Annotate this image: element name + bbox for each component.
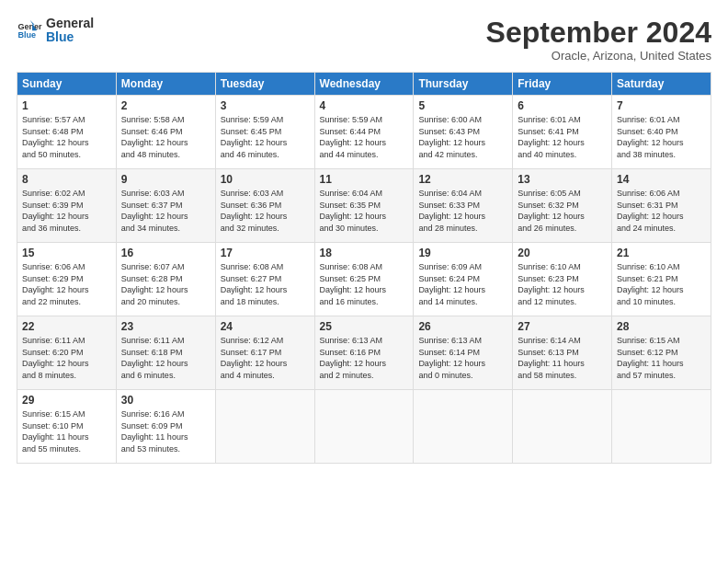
calendar-cell: 9Sunrise: 6:03 AM Sunset: 6:37 PM Daylig…	[116, 169, 215, 243]
day-number: 15	[22, 247, 111, 259]
day-header-tuesday: Tuesday	[215, 73, 314, 96]
logo-line1: General	[46, 17, 94, 30]
day-info: Sunrise: 6:06 AM Sunset: 6:31 PM Dayligh…	[617, 188, 706, 234]
day-info: Sunrise: 6:10 AM Sunset: 6:21 PM Dayligh…	[617, 261, 706, 307]
day-number: 7	[617, 99, 706, 112]
day-header-monday: Monday	[116, 73, 215, 96]
calendar-cell: 24Sunrise: 6:12 AM Sunset: 6:17 PM Dayli…	[215, 316, 314, 390]
day-info: Sunrise: 6:08 AM Sunset: 6:27 PM Dayligh…	[221, 261, 310, 307]
month-title: September 2024	[486, 17, 711, 49]
day-header-thursday: Thursday	[414, 73, 513, 96]
day-info: Sunrise: 6:15 AM Sunset: 6:12 PM Dayligh…	[617, 335, 706, 381]
calendar-cell: 30Sunrise: 6:16 AM Sunset: 6:09 PM Dayli…	[116, 390, 215, 464]
day-number: 26	[418, 320, 507, 333]
calendar-cell: 29Sunrise: 6:15 AM Sunset: 6:10 PM Dayli…	[17, 390, 117, 464]
day-info: Sunrise: 6:01 AM Sunset: 6:40 PM Dayligh…	[617, 114, 706, 160]
day-info: Sunrise: 6:09 AM Sunset: 6:24 PM Dayligh…	[418, 261, 507, 307]
day-info: Sunrise: 6:11 AM Sunset: 6:20 PM Dayligh…	[22, 335, 111, 381]
svg-text:Blue: Blue	[17, 31, 36, 40]
calendar-cell: 4Sunrise: 5:59 AM Sunset: 6:44 PM Daylig…	[314, 96, 414, 169]
day-info: Sunrise: 6:02 AM Sunset: 6:39 PM Dayligh…	[22, 188, 111, 234]
calendar-cell: 15Sunrise: 6:06 AM Sunset: 6:29 PM Dayli…	[17, 243, 117, 316]
calendar-cell: 11Sunrise: 6:04 AM Sunset: 6:35 PM Dayli…	[314, 169, 414, 243]
day-number: 3	[221, 99, 310, 112]
day-info: Sunrise: 6:16 AM Sunset: 6:09 PM Dayligh…	[121, 408, 210, 454]
day-number: 5	[418, 99, 507, 112]
svg-text:General: General	[17, 22, 42, 31]
day-number: 30	[121, 394, 210, 407]
day-number: 11	[320, 173, 409, 186]
logo-line2: Blue	[46, 30, 94, 44]
day-info: Sunrise: 6:15 AM Sunset: 6:10 PM Dayligh…	[22, 408, 111, 454]
day-info: Sunrise: 6:14 AM Sunset: 6:13 PM Dayligh…	[518, 335, 607, 381]
day-number: 8	[22, 173, 111, 186]
calendar-cell: 28Sunrise: 6:15 AM Sunset: 6:12 PM Dayli…	[612, 316, 711, 390]
day-number: 27	[518, 320, 607, 333]
page-container: General Blue General Blue September 2024…	[0, 0, 728, 473]
calendar-cell	[414, 390, 513, 464]
calendar-cell: 3Sunrise: 5:59 AM Sunset: 6:45 PM Daylig…	[215, 96, 314, 169]
header: General Blue General Blue September 2024…	[17, 17, 711, 63]
day-info: Sunrise: 5:58 AM Sunset: 6:46 PM Dayligh…	[121, 114, 210, 160]
day-number: 22	[22, 320, 111, 333]
day-number: 21	[617, 247, 706, 259]
calendar-cell: 22Sunrise: 6:11 AM Sunset: 6:20 PM Dayli…	[17, 316, 117, 390]
day-number: 6	[518, 99, 607, 112]
day-info: Sunrise: 6:13 AM Sunset: 6:14 PM Dayligh…	[418, 335, 507, 381]
day-info: Sunrise: 6:03 AM Sunset: 6:36 PM Dayligh…	[221, 188, 310, 234]
day-header-saturday: Saturday	[612, 73, 711, 96]
calendar-cell: 19Sunrise: 6:09 AM Sunset: 6:24 PM Dayli…	[414, 243, 513, 316]
calendar-table: SundayMondayTuesdayWednesdayThursdayFrid…	[17, 72, 711, 464]
subtitle: Oracle, Arizona, United States	[486, 49, 711, 63]
calendar-cell: 26Sunrise: 6:13 AM Sunset: 6:14 PM Dayli…	[414, 316, 513, 390]
day-header-sunday: Sunday	[17, 73, 117, 96]
title-block: September 2024 Oracle, Arizona, United S…	[486, 17, 711, 63]
day-info: Sunrise: 6:01 AM Sunset: 6:41 PM Dayligh…	[518, 114, 607, 160]
calendar-cell: 16Sunrise: 6:07 AM Sunset: 6:28 PM Dayli…	[116, 243, 215, 316]
day-number: 4	[320, 99, 409, 112]
calendar-cell: 14Sunrise: 6:06 AM Sunset: 6:31 PM Dayli…	[612, 169, 711, 243]
day-number: 16	[121, 247, 210, 259]
day-number: 19	[418, 247, 507, 259]
day-info: Sunrise: 5:57 AM Sunset: 6:48 PM Dayligh…	[22, 114, 111, 160]
day-info: Sunrise: 6:06 AM Sunset: 6:29 PM Dayligh…	[22, 261, 111, 307]
calendar-cell: 10Sunrise: 6:03 AM Sunset: 6:36 PM Dayli…	[215, 169, 314, 243]
calendar-cell: 20Sunrise: 6:10 AM Sunset: 6:23 PM Dayli…	[513, 243, 612, 316]
day-info: Sunrise: 6:05 AM Sunset: 6:32 PM Dayligh…	[518, 188, 607, 234]
calendar-cell: 5Sunrise: 6:00 AM Sunset: 6:43 PM Daylig…	[414, 96, 513, 169]
day-number: 14	[617, 173, 706, 186]
day-number: 24	[221, 320, 310, 333]
calendar-cell: 27Sunrise: 6:14 AM Sunset: 6:13 PM Dayli…	[513, 316, 612, 390]
calendar-cell: 6Sunrise: 6:01 AM Sunset: 6:41 PM Daylig…	[513, 96, 612, 169]
day-number: 12	[418, 173, 507, 186]
day-number: 23	[121, 320, 210, 333]
calendar-cell	[215, 390, 314, 464]
day-number: 2	[121, 99, 210, 112]
day-number: 18	[320, 247, 409, 259]
day-info: Sunrise: 6:00 AM Sunset: 6:43 PM Dayligh…	[418, 114, 507, 160]
day-info: Sunrise: 6:08 AM Sunset: 6:25 PM Dayligh…	[320, 261, 409, 307]
calendar-cell	[314, 390, 414, 464]
calendar-cell	[513, 390, 612, 464]
calendar-cell: 2Sunrise: 5:58 AM Sunset: 6:46 PM Daylig…	[116, 96, 215, 169]
day-number: 13	[518, 173, 607, 186]
day-number: 9	[121, 173, 210, 186]
day-info: Sunrise: 6:10 AM Sunset: 6:23 PM Dayligh…	[518, 261, 607, 307]
day-info: Sunrise: 5:59 AM Sunset: 6:45 PM Dayligh…	[221, 114, 310, 160]
logo: General Blue General Blue	[17, 17, 94, 45]
calendar-cell: 17Sunrise: 6:08 AM Sunset: 6:27 PM Dayli…	[215, 243, 314, 316]
calendar-cell	[612, 390, 711, 464]
calendar-cell: 13Sunrise: 6:05 AM Sunset: 6:32 PM Dayli…	[513, 169, 612, 243]
day-info: Sunrise: 6:04 AM Sunset: 6:35 PM Dayligh…	[320, 188, 409, 234]
day-info: Sunrise: 6:04 AM Sunset: 6:33 PM Dayligh…	[418, 188, 507, 234]
day-header-wednesday: Wednesday	[314, 73, 414, 96]
day-number: 1	[22, 99, 111, 112]
calendar-cell: 25Sunrise: 6:13 AM Sunset: 6:16 PM Dayli…	[314, 316, 414, 390]
calendar-cell: 12Sunrise: 6:04 AM Sunset: 6:33 PM Dayli…	[414, 169, 513, 243]
day-number: 20	[518, 247, 607, 259]
logo-icon: General Blue	[17, 17, 42, 43]
day-info: Sunrise: 6:03 AM Sunset: 6:37 PM Dayligh…	[121, 188, 210, 234]
day-number: 17	[221, 247, 310, 259]
day-info: Sunrise: 6:11 AM Sunset: 6:18 PM Dayligh…	[121, 335, 210, 381]
calendar-cell: 1Sunrise: 5:57 AM Sunset: 6:48 PM Daylig…	[17, 96, 117, 169]
